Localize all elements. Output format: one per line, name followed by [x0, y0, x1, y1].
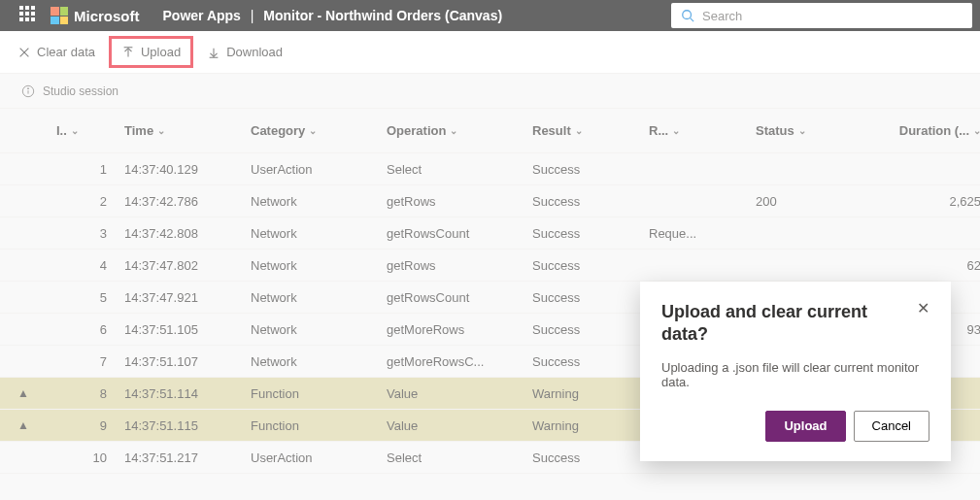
col-result[interactable]: Result⌄ [532, 123, 649, 138]
svg-line-1 [691, 18, 694, 22]
cell-duration: 2,625 [862, 194, 980, 209]
cell-duration: 62 [862, 258, 980, 273]
chevron-down-icon: ⌄ [309, 125, 317, 136]
divider: | [251, 8, 254, 23]
cell-category: UserAction [251, 162, 387, 177]
cell-id: 9 [56, 418, 124, 433]
cell-time: 14:37:51.115 [124, 418, 251, 433]
cell-time: 14:37:42.786 [124, 194, 251, 209]
download-icon [207, 46, 220, 59]
session-bar: Studio session [0, 74, 980, 109]
cell-time: 14:37:47.921 [124, 290, 251, 305]
waffle-icon[interactable] [19, 6, 39, 25]
cell-id: 4 [56, 258, 124, 273]
search-placeholder: Search [702, 9, 742, 23]
col-time[interactable]: Time⌄ [124, 123, 251, 138]
cell-time: 14:37:51.107 [124, 354, 251, 369]
cell-category: Network [251, 226, 387, 241]
cell-operation: Value [387, 386, 532, 401]
cell-result: Success [532, 258, 649, 273]
upload-button[interactable]: Upload [109, 36, 193, 68]
app-name[interactable]: Power Apps [163, 8, 241, 23]
cell-r: Reque... [649, 226, 756, 241]
chevron-down-icon: ⌄ [157, 125, 165, 136]
chevron-down-icon: ⌄ [575, 125, 583, 136]
cell-operation: getRows [387, 258, 532, 273]
cell-id: 6 [56, 322, 124, 337]
cell-operation: Select [387, 450, 532, 465]
cell-category: Network [251, 354, 387, 369]
warning-icon: ▲ [17, 418, 56, 432]
cell-id: 7 [56, 354, 124, 369]
cell-status: 200 [756, 194, 862, 209]
cell-result: Success [532, 226, 649, 241]
dialog-cancel-button[interactable]: Cancel [854, 411, 929, 442]
cell-operation: getRows [387, 194, 532, 209]
cell-time: 14:37:51.114 [124, 386, 251, 401]
x-icon [17, 46, 31, 59]
download-label: Download [226, 45, 283, 59]
cell-result: Warning [532, 418, 649, 433]
upload-label: Upload [141, 45, 181, 59]
cell-operation: Value [387, 418, 532, 433]
cell-time: 14:37:47.802 [124, 258, 251, 273]
chevron-down-icon: ⌄ [71, 125, 79, 136]
col-operation[interactable]: Operation⌄ [387, 123, 532, 138]
info-icon [21, 84, 35, 98]
dialog-upload-button[interactable]: Upload [765, 411, 845, 442]
table-row[interactable]: 314:37:42.808NetworkgetRowsCountSuccessR… [0, 217, 980, 250]
dialog-title: Upload and clear current data? [661, 301, 917, 347]
clear-data-label: Clear data [37, 45, 95, 59]
warning-icon: ▲ [17, 386, 56, 400]
cell-id: 8 [56, 386, 124, 401]
upload-dialog: Upload and clear current data? ✕ Uploadi… [640, 282, 951, 461]
app-header: Microsoft Power Apps | Monitor - Northwi… [0, 0, 980, 31]
search-icon [681, 9, 694, 22]
cell-category: Network [251, 258, 387, 273]
cell-time: 14:37:51.105 [124, 322, 251, 337]
clear-data-button[interactable]: Clear data [17, 45, 95, 59]
upload-icon [121, 46, 135, 59]
cell-time: 14:37:51.217 [124, 450, 251, 465]
cell-category: Network [251, 322, 387, 337]
table-row[interactable]: 114:37:40.129UserActionSelectSuccess [0, 153, 980, 185]
col-id[interactable]: I..⌄ [56, 123, 124, 138]
cell-result: Success [532, 450, 649, 465]
table-row[interactable]: 214:37:42.786NetworkgetRowsSuccess2002,6… [0, 185, 980, 217]
microsoft-logo[interactable]: Microsoft [51, 7, 140, 24]
col-status[interactable]: Status⌄ [756, 123, 862, 138]
cell-category: UserAction [251, 450, 387, 465]
toolbar: Clear data Upload Download [0, 31, 980, 74]
search-input[interactable]: Search [671, 3, 972, 28]
cell-result: Success [532, 194, 649, 209]
svg-point-10 [27, 87, 28, 88]
cell-result: Success [532, 290, 649, 305]
cell-operation: getMoreRows [387, 322, 532, 337]
cell-result: Success [532, 354, 649, 369]
svg-point-0 [683, 11, 692, 19]
cell-result: Success [532, 322, 649, 337]
cell-operation: getMoreRowsC... [387, 354, 532, 369]
cell-result: Warning [532, 386, 649, 401]
cell-id: 2 [56, 194, 124, 209]
cell-id: 3 [56, 226, 124, 241]
close-icon[interactable]: ✕ [917, 301, 929, 317]
cell-operation: getRowsCount [387, 226, 532, 241]
chevron-down-icon: ⌄ [798, 125, 806, 136]
cell-time: 14:37:42.808 [124, 226, 251, 241]
chevron-down-icon: ⌄ [450, 125, 457, 136]
cell-category: Function [251, 386, 387, 401]
chevron-down-icon: ⌄ [973, 125, 980, 136]
col-r[interactable]: R...⌄ [649, 123, 756, 138]
table-header: I..⌄ Time⌄ Category⌄ Operation⌄ Result⌄ … [0, 109, 980, 153]
cell-operation: Select [387, 162, 532, 177]
cell-id: 10 [56, 450, 124, 465]
page-title: Monitor - Northwind Orders (Canvas) [263, 8, 502, 23]
cell-category: Network [251, 194, 387, 209]
col-category[interactable]: Category⌄ [251, 123, 387, 138]
table-row[interactable]: 414:37:47.802NetworkgetRowsSuccess62 [0, 250, 980, 282]
download-button[interactable]: Download [207, 45, 283, 59]
col-duration[interactable]: Duration (...⌄ [862, 123, 980, 138]
cell-operation: getRowsCount [387, 290, 532, 305]
microsoft-logo-icon [51, 7, 68, 24]
